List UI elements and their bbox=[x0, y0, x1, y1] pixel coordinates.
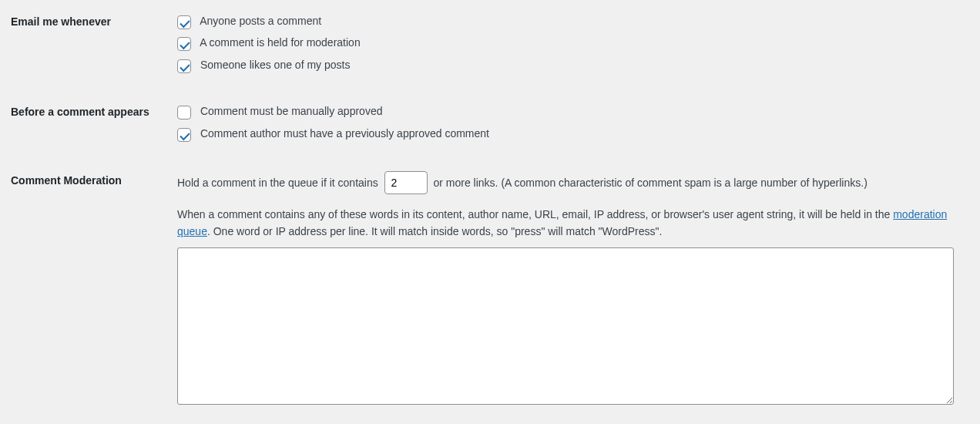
hold-text-post: or more links. (A common characteristic … bbox=[433, 177, 867, 189]
before-appears-fieldset: Comment must be manually approved Commen… bbox=[177, 103, 969, 146]
label-prev-approved: Comment author must have a previously ap… bbox=[200, 127, 489, 140]
checkbox-held-moderation[interactable] bbox=[177, 37, 191, 51]
max-links-input[interactable] bbox=[384, 171, 428, 194]
option-manually-approved[interactable]: Comment must be manually approved bbox=[177, 103, 969, 119]
moderation-keys-textarea[interactable] bbox=[177, 247, 954, 405]
hold-text-pre: Hold a comment in the queue if it contai… bbox=[177, 177, 378, 189]
checkbox-manually-approved[interactable] bbox=[177, 106, 191, 119]
checkbox-anyone-posts[interactable] bbox=[177, 15, 191, 29]
email-me-heading: Email me whenever bbox=[11, 15, 111, 28]
option-someone-likes[interactable]: Someone likes one of my posts bbox=[177, 56, 969, 73]
label-manually-approved: Comment must be manually approved bbox=[200, 105, 383, 117]
label-held-moderation: A comment is held for moderation bbox=[200, 36, 361, 49]
before-appears-heading: Before a comment appears bbox=[11, 106, 149, 118]
email-me-fieldset: Anyone posts a comment A comment is held… bbox=[177, 12, 969, 78]
max-links-row: Hold a comment in the queue if it contai… bbox=[177, 171, 969, 194]
moderation-desc-pre: When a comment contains any of these wor… bbox=[177, 208, 893, 220]
option-held-moderation[interactable]: A comment is held for moderation bbox=[177, 34, 969, 51]
option-prev-approved[interactable]: Comment author must have a previously ap… bbox=[177, 125, 969, 142]
option-anyone-posts[interactable]: Anyone posts a comment bbox=[177, 12, 969, 29]
moderation-desc-post: . One word or IP address per line. It wi… bbox=[207, 225, 662, 237]
label-someone-likes: Someone likes one of my posts bbox=[200, 59, 351, 71]
label-anyone-posts: Anyone posts a comment bbox=[200, 15, 321, 27]
checkbox-prev-approved[interactable] bbox=[177, 128, 191, 142]
moderation-description: When a comment contains any of these wor… bbox=[177, 207, 963, 240]
comment-moderation-fieldset: Hold a comment in the queue if it contai… bbox=[177, 171, 969, 405]
comment-moderation-heading: Comment Moderation bbox=[11, 174, 122, 187]
checkbox-someone-likes[interactable] bbox=[177, 59, 191, 73]
